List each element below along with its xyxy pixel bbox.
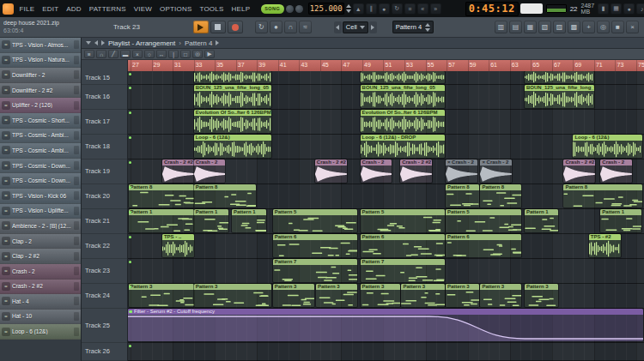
crash-clip[interactable]: × Crash - 2 (480, 159, 512, 183)
channel-rack-window-icon[interactable]: ▧ (538, 21, 551, 33)
tempo-display[interactable]: 125.000 (308, 3, 344, 15)
menu-file[interactable]: FILE (15, 5, 39, 13)
paint-tool-icon[interactable]: ▬ (120, 50, 131, 58)
pattern-clip[interactable]: Pattern 5 (361, 209, 445, 232)
breadcrumb-pattern[interactable]: Pattern 4 (185, 39, 212, 47)
rewind-icon[interactable]: « (417, 3, 428, 15)
crash-clip[interactable]: Crash - 2 #2 (162, 159, 194, 183)
crumb-next-icon[interactable] (216, 40, 219, 45)
browser-item[interactable]: ≈TPS - Cosmic - Down... (0, 173, 81, 189)
track-lane[interactable] (128, 71, 644, 85)
song-mode-toggle[interactable]: SONG (261, 4, 284, 14)
browser-item[interactable]: ≈TPS - Cosmic - Short... (0, 113, 81, 129)
track-lane[interactable] (128, 343, 644, 361)
track-header[interactable]: Track 17 (82, 110, 127, 135)
playlist-window-icon[interactable]: ▤ (509, 21, 522, 33)
browser-window-icon[interactable]: ▩ (568, 21, 580, 33)
pattern-clip[interactable]: Pattern 7 (273, 259, 357, 282)
track-header[interactable]: Track 15 (82, 71, 127, 85)
nav-right-icon[interactable] (101, 40, 105, 45)
pattern-clip[interactable]: Pattern 1 (194, 209, 229, 232)
pattern-clip[interactable]: Pattern 6 (361, 234, 445, 257)
track-header[interactable]: Track 26 (82, 343, 127, 361)
pattern-song-loop-icon[interactable]: ↻ (255, 21, 268, 33)
pattern-clip[interactable]: Pattern 3 (194, 284, 272, 307)
pattern-clip[interactable]: Pattern 3 (273, 284, 314, 307)
overdub-icon[interactable]: ● (270, 21, 283, 33)
pattern-clip[interactable]: Pattern 3 (316, 284, 357, 307)
loop-recording-icon[interactable]: ↻ (392, 3, 403, 15)
picker-panel-icon[interactable]: ▥ (495, 21, 507, 33)
pattern-clip[interactable]: Pattern 8 (480, 184, 521, 208)
pattern-clip[interactable]: Pattern 1 (600, 209, 641, 232)
crash-clip[interactable]: Crash - 2 (600, 159, 632, 183)
playlist-menu-icon[interactable]: ≡ (84, 50, 94, 58)
snap-next-icon[interactable] (369, 21, 377, 33)
mute-tool-icon[interactable]: ○ (144, 50, 155, 58)
automation-clip[interactable]: Filter - Serum #2 - Cutoff frequency (128, 309, 643, 341)
note-snap-icon[interactable]: ∩ (284, 21, 297, 33)
track-header[interactable]: Track 24 (82, 284, 127, 309)
audio-clip[interactable] (194, 71, 272, 83)
audio-clip[interactable]: Loop - 6 (12&) (573, 135, 642, 158)
crash-clip[interactable]: Crash - 2 #2 (400, 159, 432, 183)
plugin-picker-icon[interactable]: + (582, 21, 595, 33)
menu-edit[interactable]: EDIT (39, 5, 63, 13)
browser-item[interactable]: ≈TPS - Vision - Atmos... (0, 38, 81, 53)
step-editing-icon[interactable]: ≡ (404, 3, 416, 15)
tempo-spinner[interactable] (346, 4, 351, 13)
audio-clip[interactable]: BOUN_125_una_fifte_long_05 (525, 85, 594, 108)
track-lane[interactable]: Crash - 2 #2Crash - 2Crash - 2 #2Crash -… (128, 159, 644, 184)
midi-activity-icon[interactable]: ▮ (598, 3, 609, 15)
blend-recording-icon[interactable]: ● (379, 3, 390, 15)
track-lane[interactable]: Pattern 3Pattern 3Pattern 3Pattern 3Patt… (128, 284, 644, 309)
tempo-tap-icon[interactable]: ◎ (597, 21, 610, 33)
audio-clip[interactable]: TPS - .. (162, 234, 194, 257)
speaker-icon[interactable]: ♪ (636, 3, 644, 15)
browser-item[interactable]: ≈TPS - Cosmic - Ambi... (0, 129, 81, 144)
browser-item[interactable]: ≈Crash - 2 (0, 264, 81, 280)
close-all-icon[interactable]: × (626, 21, 639, 33)
browser-item[interactable]: ≈TPS - Vision - Natura... (0, 53, 81, 69)
menu-add[interactable]: ADD (63, 5, 86, 13)
audio-clip[interactable]: Loop - 6 (12&) (194, 135, 272, 158)
browser-item[interactable]: ≈Downlifter - 2 #2 (0, 83, 81, 99)
browser-item[interactable]: ≈Clap - 2 #2 (0, 249, 81, 264)
pattern-clip[interactable]: Pattern 3 (361, 284, 401, 307)
track-header[interactable]: Track 25 (82, 309, 127, 343)
swing-icon[interactable]: ≈ (299, 21, 312, 33)
loop-mode-led[interactable] (295, 5, 303, 13)
typing-keyboard-icon[interactable]: ▦ (611, 3, 622, 15)
piano-roll-window-icon[interactable]: ▦ (524, 21, 537, 33)
pattern-clip[interactable]: Pattern 3 (446, 284, 479, 307)
track-lane[interactable]: Pattern 1Pattern 1Pattern 1Pattern 5Patt… (128, 209, 644, 234)
pattern-clip[interactable]: Pattern 8 (446, 184, 479, 208)
crash-clip[interactable]: Crash - 2 (361, 159, 392, 183)
track-header[interactable]: Track 18 (82, 135, 127, 159)
record-button[interactable] (228, 21, 243, 33)
browser-item[interactable]: ≈TPS - Cosmic - Ambi... (0, 143, 81, 159)
browser-item[interactable]: ≈Loop - 6 (12&) (0, 324, 81, 340)
track-lane[interactable]: TPS - ..Pattern 6Pattern 6Pattern 6TPS -… (128, 234, 644, 259)
lanes[interactable]: BOUN_125_una_fifte_long_05BOUN_125_una_f… (128, 71, 644, 361)
menu-help[interactable]: HELP (228, 5, 254, 13)
play-button[interactable] (193, 21, 209, 33)
crash-clip[interactable]: Crash - 2 #2 (563, 159, 595, 183)
audio-clip[interactable]: Evolution Of So..fter 6 126BPM (194, 110, 272, 133)
stop-button[interactable] (210, 21, 226, 33)
track-header[interactable]: Track 21 (82, 209, 127, 234)
track-lane[interactable]: BOUN_125_una_fifte_long_05BOUN_125_una_f… (128, 85, 644, 110)
browser-item[interactable]: ≈Hat - 10 (0, 310, 81, 325)
track-lane[interactable]: Pattern 7Pattern 7 (128, 259, 644, 284)
pattern-clip[interactable]: Pattern 5 (446, 209, 521, 232)
audio-clip[interactable]: BOUN_125_una_fifte_long_05 (194, 85, 272, 108)
audio-clip[interactable] (525, 71, 594, 83)
track-lane[interactable]: Filter - Serum #2 - Cutoff frequency (128, 309, 644, 343)
playback-tool-icon[interactable]: ▶ (204, 50, 215, 58)
snap-magnet-icon[interactable]: ∩ (96, 50, 106, 58)
track-lane[interactable]: Pattern 8Pattern 8Pattern 8Pattern 8Patt… (128, 184, 644, 209)
delete-tool-icon[interactable]: × (132, 50, 143, 58)
browser-item[interactable]: ≈Clap - 2 (0, 234, 81, 250)
track-lane[interactable]: Evolution Of So..fter 6 126BPMEvolution … (128, 110, 644, 135)
pattern-clip[interactable]: Pattern 8 (129, 184, 194, 208)
